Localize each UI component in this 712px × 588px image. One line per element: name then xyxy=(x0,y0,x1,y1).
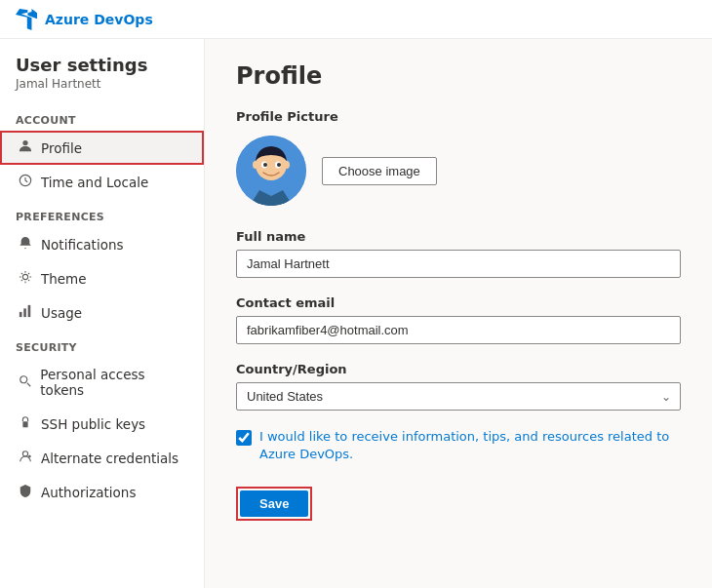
svg-point-8 xyxy=(22,451,27,456)
sidebar-item-profile[interactable]: Profile xyxy=(0,131,204,165)
sidebar-item-theme[interactable]: Theme xyxy=(0,261,204,295)
save-button-wrapper: Save xyxy=(236,487,312,521)
sidebar-user-name: Jamal Hartnett xyxy=(16,77,188,91)
topbar-title: Azure DevOps xyxy=(45,12,153,27)
avatar-image xyxy=(236,136,306,206)
full-name-section: Full name xyxy=(236,229,681,278)
sidebar-item-alt-creds-label: Alternate credentials xyxy=(41,451,178,466)
full-name-label: Full name xyxy=(236,229,681,244)
country-label: Country/Region xyxy=(236,362,681,376)
sidebar-item-ssh[interactable]: SSH public keys xyxy=(0,407,204,441)
authorizations-icon xyxy=(18,484,33,500)
country-select[interactable]: United States Canada United Kingdom Aust… xyxy=(236,382,681,411)
profile-picture-row: Choose image xyxy=(236,136,681,206)
profile-icon xyxy=(18,139,33,156)
svg-rect-0 xyxy=(22,140,27,145)
svg-point-13 xyxy=(253,161,258,169)
svg-point-2 xyxy=(22,274,27,279)
svg-point-17 xyxy=(263,163,267,167)
svg-point-18 xyxy=(277,163,281,167)
profile-picture-section: Profile Picture xyxy=(236,109,681,206)
sidebar: User settings Jamal Hartnett Account Pro… xyxy=(0,39,205,588)
choose-image-button[interactable]: Choose image xyxy=(322,157,437,185)
svg-point-6 xyxy=(20,375,26,382)
sidebar-item-usage[interactable]: Usage xyxy=(0,295,204,330)
sidebar-section-preferences: Preferences xyxy=(0,199,204,227)
country-section: Country/Region United States Canada Unit… xyxy=(236,362,681,411)
main-content: Profile Profile Picture xyxy=(205,39,712,588)
sidebar-item-authorizations-label: Authorizations xyxy=(41,485,136,500)
svg-rect-4 xyxy=(23,308,26,317)
sidebar-item-ssh-label: SSH public keys xyxy=(41,416,145,432)
sidebar-item-alt-creds[interactable]: Alternate credentials xyxy=(0,441,204,475)
sidebar-item-theme-label: Theme xyxy=(41,271,87,287)
svg-point-9 xyxy=(28,455,31,458)
layout: User settings Jamal Hartnett Account Pro… xyxy=(0,39,712,588)
contact-email-input[interactable] xyxy=(236,316,681,344)
sidebar-section-account: Account xyxy=(0,102,204,131)
svg-rect-5 xyxy=(28,305,31,317)
sidebar-item-usage-label: Usage xyxy=(41,305,82,321)
notifications-icon xyxy=(18,236,33,253)
theme-icon xyxy=(18,270,33,287)
sidebar-item-notifications[interactable]: Notifications xyxy=(0,227,204,261)
azure-devops-logo xyxy=(16,9,37,30)
sidebar-section-security: Security xyxy=(0,330,204,358)
sidebar-app-title: User settings xyxy=(16,55,188,75)
alt-creds-icon xyxy=(18,450,33,466)
newsletter-checkbox-label[interactable]: I would like to receive information, tip… xyxy=(259,428,681,463)
save-button[interactable]: Save xyxy=(240,490,308,517)
sidebar-item-authorizations[interactable]: Authorizations xyxy=(0,475,204,509)
time-locale-icon xyxy=(18,174,33,190)
full-name-input[interactable] xyxy=(236,250,681,278)
newsletter-checkbox[interactable] xyxy=(236,430,252,446)
profile-picture-label: Profile Picture xyxy=(236,109,681,124)
topbar: Azure DevOps xyxy=(0,0,712,39)
sidebar-header: User settings Jamal Hartnett xyxy=(0,55,204,102)
sidebar-item-profile-label: Profile xyxy=(41,140,82,156)
contact-email-label: Contact email xyxy=(236,295,681,310)
sidebar-item-pat-label: Personal access tokens xyxy=(40,367,186,398)
pat-icon xyxy=(18,374,32,391)
usage-icon xyxy=(18,304,33,321)
svg-point-14 xyxy=(284,161,290,169)
sidebar-item-notifications-label: Notifications xyxy=(41,237,124,253)
avatar xyxy=(236,136,306,206)
ssh-icon xyxy=(18,415,33,432)
sidebar-item-pat[interactable]: Personal access tokens xyxy=(0,358,204,407)
country-select-wrapper: United States Canada United Kingdom Aust… xyxy=(236,382,681,411)
newsletter-checkbox-row: I would like to receive information, tip… xyxy=(236,428,681,463)
sidebar-item-time-locale[interactable]: Time and Locale xyxy=(0,165,204,199)
svg-rect-3 xyxy=(20,312,22,317)
svg-rect-7 xyxy=(22,421,27,427)
sidebar-item-time-locale-label: Time and Locale xyxy=(41,175,148,190)
contact-email-section: Contact email xyxy=(236,295,681,344)
page-title: Profile xyxy=(236,62,681,90)
